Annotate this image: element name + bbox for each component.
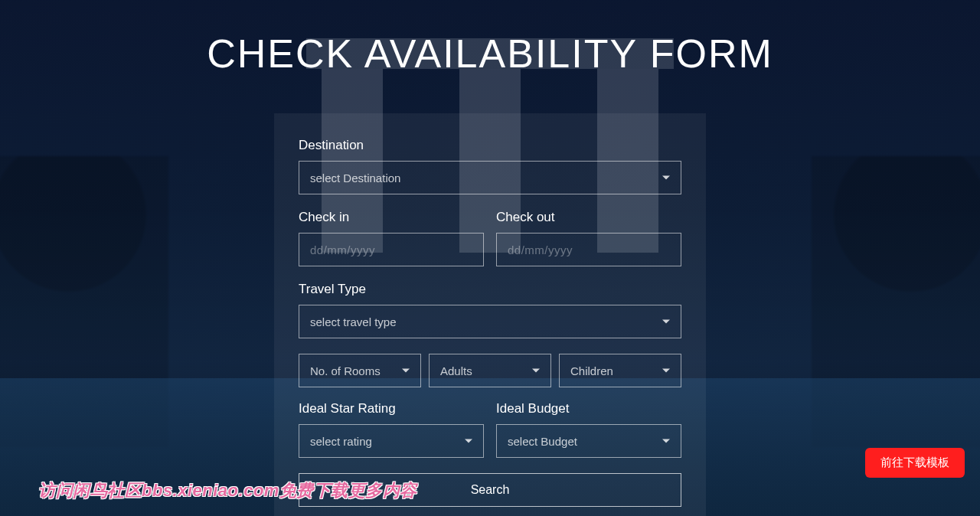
rating-value: select rating [310, 435, 372, 448]
chevron-down-icon [532, 369, 540, 373]
search-button-label: Search [471, 483, 510, 497]
watermark-text: 访问闲鸟社区bbs.xieniao.com免费下载更多内容 [38, 479, 417, 502]
budget-label: Ideal Budget [496, 401, 681, 416]
adults-value: Adults [440, 364, 472, 377]
rating-label: Ideal Star Rating [299, 401, 484, 416]
chevron-down-icon [465, 439, 472, 443]
travel-type-label: Travel Type [299, 282, 681, 297]
chevron-down-icon [402, 369, 410, 373]
destination-label: Destination [299, 138, 681, 153]
children-value: Children [570, 364, 613, 377]
adults-select[interactable]: Adults [429, 354, 551, 387]
availability-form: Destination select Destination Check in … [274, 113, 706, 516]
checkout-placeholder: dd/mm/yyyy [508, 243, 573, 256]
destination-select[interactable]: select Destination [299, 161, 681, 194]
download-template-button[interactable]: 前往下载模板 [865, 448, 965, 478]
checkin-label: Check in [299, 210, 484, 225]
hero-section: CHECK AVAILABILITY FORM Destination sele… [0, 0, 980, 516]
travel-type-value: select travel type [310, 315, 397, 328]
children-select[interactable]: Children [559, 354, 681, 387]
rooms-select[interactable]: No. of Rooms [299, 354, 421, 387]
page-title: CHECK AVAILABILITY FORM [0, 31, 980, 77]
rating-select[interactable]: select rating [299, 424, 484, 458]
checkin-input[interactable]: dd/mm/yyyy [299, 233, 484, 266]
chevron-down-icon [662, 176, 670, 180]
budget-value: select Budget [508, 435, 577, 448]
destination-value: select Destination [310, 171, 400, 185]
travel-type-select[interactable]: select travel type [299, 305, 681, 338]
budget-select[interactable]: select Budget [496, 424, 681, 458]
checkin-placeholder: dd/mm/yyyy [310, 243, 375, 256]
chevron-down-icon [662, 439, 670, 443]
rooms-value: No. of Rooms [310, 364, 381, 377]
chevron-down-icon [662, 369, 670, 373]
chevron-down-icon [662, 320, 670, 324]
checkout-label: Check out [496, 210, 681, 225]
checkout-input[interactable]: dd/mm/yyyy [496, 233, 681, 266]
download-template-label: 前往下载模板 [880, 456, 949, 469]
